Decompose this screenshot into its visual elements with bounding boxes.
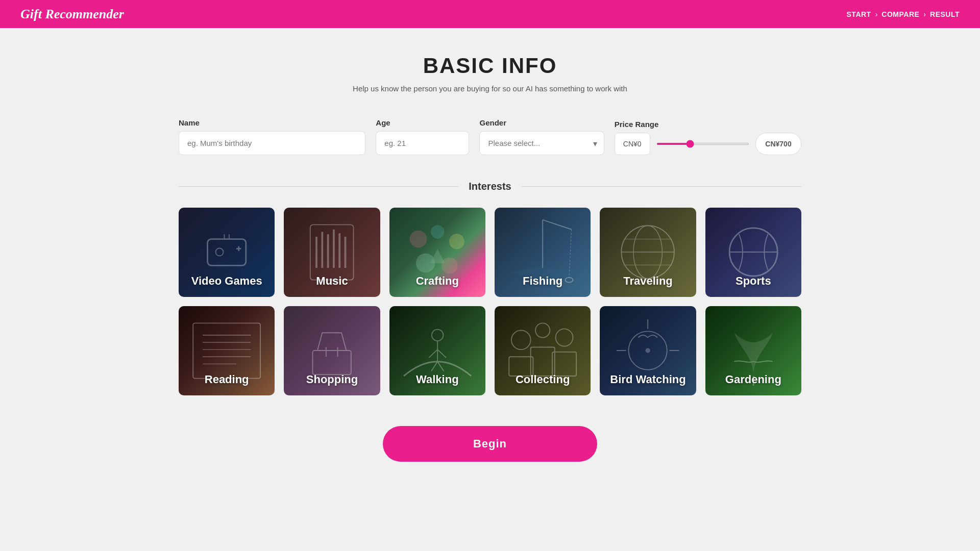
interest-label-music: Music — [284, 274, 380, 288]
svg-point-49 — [535, 323, 550, 337]
name-label: Name — [179, 118, 365, 127]
interest-label-video-games: Video Games — [179, 274, 275, 288]
svg-point-1 — [216, 248, 224, 256]
price-min-label: CN¥0 — [615, 133, 650, 155]
interest-card-sports[interactable]: Sports — [705, 208, 801, 297]
svg-point-50 — [556, 329, 573, 346]
form-row: Name Age Gender Please select... Male Fe… — [179, 118, 801, 155]
svg-rect-46 — [531, 347, 555, 376]
begin-button[interactable]: Begin — [383, 426, 597, 462]
interests-line-left — [179, 186, 458, 187]
nav-compare[interactable]: COMPARE — [881, 10, 919, 18]
interest-label-reading: Reading — [179, 373, 275, 386]
svg-line-21 — [569, 230, 572, 278]
svg-line-41 — [429, 349, 437, 358]
svg-point-13 — [409, 231, 427, 248]
svg-point-48 — [511, 330, 531, 349]
interest-label-traveling: Traveling — [600, 274, 696, 288]
interest-card-crafting[interactable]: Crafting — [389, 208, 485, 297]
nav-sep-1: › — [875, 10, 878, 18]
svg-rect-0 — [207, 239, 246, 266]
age-input[interactable] — [376, 131, 469, 155]
name-input[interactable] — [179, 131, 365, 155]
gender-select[interactable]: Please select... Male Female Other — [479, 131, 604, 155]
svg-point-14 — [431, 225, 444, 238]
interest-label-fishing: Fishing — [495, 274, 591, 288]
main-content: BASIC INFO Help us know the person you a… — [168, 28, 812, 492]
interest-label-walking: Walking — [389, 373, 485, 386]
interests-grid: Video Games Music Crafting Fishing — [179, 208, 801, 395]
interest-card-reading[interactable]: Reading — [179, 306, 275, 395]
interest-label-bird-watching: Bird Watching — [600, 373, 696, 386]
nav-start[interactable]: START — [847, 10, 871, 18]
interests-header: Interests — [179, 181, 801, 192]
interest-label-crafting: Crafting — [389, 274, 485, 288]
page-subtitle: Help us know the person you are buying f… — [179, 84, 801, 93]
svg-rect-36 — [313, 350, 351, 374]
interest-label-sports: Sports — [705, 274, 801, 288]
header: Gift Recommender START › COMPARE › RESUL… — [0, 0, 980, 28]
price-group: Price Range CN¥0 CN¥700 — [615, 120, 801, 155]
interest-card-fishing[interactable]: Fishing — [495, 208, 591, 297]
svg-point-15 — [449, 234, 464, 249]
age-label: Age — [376, 118, 469, 127]
nav-sep-2: › — [923, 10, 926, 18]
interest-card-gardening[interactable]: Gardening — [705, 306, 801, 395]
interest-card-collecting[interactable]: Collecting — [495, 306, 591, 395]
nav: START › COMPARE › RESULT — [847, 10, 960, 18]
svg-point-52 — [646, 348, 650, 353]
svg-point-39 — [432, 330, 444, 341]
age-group: Age — [376, 118, 469, 155]
price-range-row: CN¥0 CN¥700 — [615, 133, 801, 155]
interest-card-shopping[interactable]: Shopping — [284, 306, 380, 395]
interest-label-collecting: Collecting — [495, 373, 591, 386]
svg-rect-47 — [552, 352, 576, 376]
interest-card-music[interactable]: Music — [284, 208, 380, 297]
price-slider[interactable] — [656, 143, 749, 145]
interest-card-walking[interactable]: Walking — [389, 306, 485, 395]
page-title: BASIC INFO — [179, 54, 801, 78]
interest-label-gardening: Gardening — [705, 373, 801, 386]
price-max-label: CN¥700 — [755, 133, 801, 155]
name-group: Name — [179, 118, 365, 155]
interest-card-bird-watching[interactable]: Bird Watching — [600, 306, 696, 395]
svg-point-17 — [441, 257, 457, 273]
logo: Gift Recommender — [20, 7, 124, 22]
gender-group: Gender Please select... Male Female Othe… — [479, 118, 604, 155]
svg-line-44 — [437, 362, 444, 371]
interest-label-shopping: Shopping — [284, 373, 380, 386]
svg-line-20 — [543, 220, 572, 230]
svg-rect-30 — [193, 323, 260, 378]
svg-line-42 — [437, 349, 446, 358]
gender-label: Gender — [479, 118, 604, 127]
nav-result[interactable]: RESULT — [930, 10, 960, 18]
interest-card-video-games[interactable]: Video Games — [179, 208, 275, 297]
svg-marker-18 — [430, 248, 445, 263]
interest-card-traveling[interactable]: Traveling — [600, 208, 696, 297]
price-label: Price Range — [615, 120, 801, 129]
gender-select-wrapper: Please select... Male Female Other — [479, 131, 604, 155]
interests-line-right — [522, 186, 801, 187]
svg-line-43 — [431, 362, 437, 371]
interests-title: Interests — [469, 181, 511, 192]
